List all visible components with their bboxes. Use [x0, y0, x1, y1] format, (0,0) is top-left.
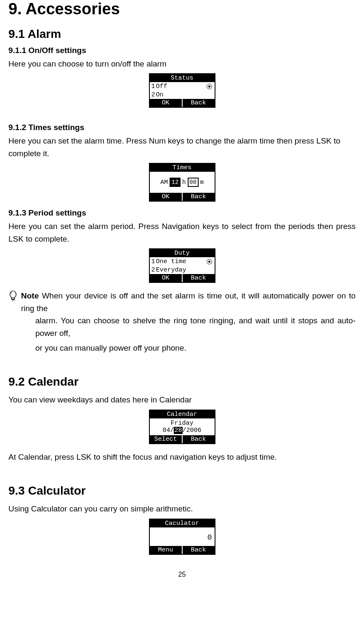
list-item: 2 Everyday	[150, 266, 215, 274]
heading-calculator: 9.3 Calculator	[8, 484, 356, 498]
lightbulb-icon	[8, 290, 19, 303]
heading-times-settings: 9.1.2 Times settings	[8, 123, 356, 132]
hour-unit: h	[182, 179, 186, 186]
svg-point-2	[13, 301, 13, 301]
heading-accessories: 9. Accessories	[8, 0, 356, 18]
calculator-display: 0	[150, 527, 215, 546]
page-number: 25	[8, 571, 356, 578]
softkey-left: OK	[150, 99, 182, 107]
text-period: Here you can set the alarm period. Press…	[8, 220, 356, 245]
screen-title: Status	[150, 74, 215, 82]
screenshot-calculator: Caculator 0 Menu Back	[149, 519, 215, 555]
screenshot-duty: Duty 1 One time 2 Everyday OK Back	[149, 248, 215, 283]
screenshot-status: Status 1 Off 2 On OK Back	[149, 73, 215, 108]
text-calendar: You can view weekdays and dates here in …	[8, 394, 356, 406]
item-number: 1	[151, 83, 155, 90]
list-item: 2 On	[150, 91, 215, 99]
item-number: 1	[151, 258, 155, 265]
screen-title: Caculator	[150, 519, 215, 527]
softkey-left: OK	[150, 193, 182, 201]
calendar-date: 04/28/2006	[150, 427, 215, 434]
note-text-line2: alarm. You can choose to shelve the ring…	[8, 314, 356, 339]
text-onoff: Here you can choose to turn on/off the a…	[8, 58, 356, 70]
svg-point-3	[11, 293, 11, 293]
item-number: 2	[151, 91, 155, 99]
note-rest: When your device is off and the set alar…	[21, 291, 356, 312]
note-text-line3: or you can manually power off your phone…	[8, 342, 356, 354]
text-calculator: Using Calculator can you carry on simple…	[8, 503, 356, 515]
radio-selected-icon	[207, 259, 212, 264]
minute-field: 00	[188, 178, 199, 187]
date-highlight: 28	[174, 427, 182, 434]
softkey-left: Select	[150, 435, 182, 443]
calendar-day: Friday	[150, 420, 215, 427]
item-number: 2	[151, 266, 155, 274]
softkey-right: Back	[183, 435, 215, 443]
hour-field: 12	[170, 178, 181, 187]
svg-point-0	[10, 291, 16, 298]
list-item: 1 Off	[150, 82, 215, 91]
list-item: 1 One time	[150, 257, 215, 266]
screen-title: Duty	[150, 249, 215, 257]
ampm-label: AM	[160, 179, 168, 186]
note-lead: Note	[21, 291, 39, 300]
item-label: On	[156, 91, 164, 99]
radio-selected-icon	[207, 84, 212, 89]
softkey-right: Back	[183, 99, 215, 107]
text-calendar-after: At Calendar, press LSK to shift the focu…	[8, 451, 356, 463]
text-times: Here you can set the alarm time. Press N…	[8, 135, 356, 160]
screenshot-times: Times AM 12 h 00 m OK Back	[149, 163, 215, 202]
item-label: One time	[156, 258, 186, 265]
screen-title: Times	[150, 164, 215, 172]
softkey-left: OK	[150, 274, 182, 282]
heading-alarm: 9.1 Alarm	[8, 27, 356, 41]
item-label: Everyday	[156, 266, 186, 274]
heading-onoff-settings: 9.1.1 On/Off settings	[8, 46, 356, 55]
screenshot-calendar: Calendar Friday 04/28/2006 Select Back	[149, 410, 215, 444]
item-label: Off	[156, 83, 167, 90]
softkey-right: Back	[183, 274, 215, 282]
heading-period-settings: 9.1.3 Period settings	[8, 208, 356, 218]
softkey-right: Back	[183, 546, 215, 554]
softkey-right: Back	[183, 193, 215, 201]
screen-title: Calendar	[150, 410, 215, 418]
note-text-line1: Note When your device is off and the set…	[21, 290, 356, 314]
minute-unit: m	[200, 179, 204, 186]
heading-calendar: 9.2 Calendar	[8, 375, 356, 389]
softkey-left: Menu	[150, 546, 182, 554]
